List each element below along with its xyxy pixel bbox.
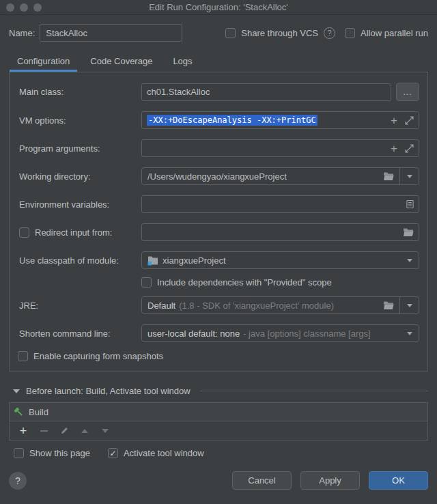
- use-classpath-label: Use classpath of module:: [19, 255, 119, 266]
- footer-options-row: Show this page ✓ Activate tool window: [9, 448, 428, 458]
- include-dependencies-row: Include dependencies with "Provided" sco…: [18, 277, 419, 288]
- traffic-lights: [6, 3, 42, 12]
- configuration-panel: Main class: ch01.StackAlloc ... VM optio…: [9, 72, 428, 372]
- ok-button[interactable]: OK: [369, 471, 428, 490]
- main-class-input[interactable]: ch01.StackAlloc: [141, 83, 391, 101]
- help-button[interactable]: ?: [9, 472, 27, 490]
- vcs-help-icon[interactable]: ?: [324, 27, 335, 39]
- folder-icon[interactable]: [383, 171, 394, 181]
- arrow-down-icon: [102, 429, 109, 433]
- show-this-page-label: Show this page: [29, 448, 90, 458]
- enable-snapshots-row: Enable capturing form snapshots: [18, 351, 419, 361]
- name-input[interactable]: StackAlloc: [40, 24, 182, 42]
- before-launch-toolbar: +: [10, 421, 427, 440]
- use-classpath-combo[interactable]: xiangxueProject: [141, 251, 419, 269]
- share-vcs-label: Share through VCS: [241, 28, 318, 38]
- activate-tool-window-label: Activate tool window: [124, 448, 204, 458]
- expand-field-icon[interactable]: [405, 116, 414, 125]
- show-this-page-checkbox[interactable]: [14, 448, 24, 458]
- name-label: Name:: [9, 28, 35, 38]
- program-arguments-input[interactable]: +: [141, 139, 419, 157]
- allow-parallel-checkbox[interactable]: [345, 28, 355, 38]
- before-launch-list: Build +: [9, 402, 428, 440]
- include-dependencies-label: Include dependencies with "Provided" sco…: [157, 277, 332, 288]
- main-class-browse-button[interactable]: ...: [396, 83, 419, 101]
- tab-logs[interactable]: Logs: [165, 52, 200, 72]
- list-item-build[interactable]: Build: [10, 403, 427, 421]
- jre-dropdown-button[interactable]: [399, 297, 419, 313]
- working-directory-value: /Users/wudengyao/xiangxueProject: [147, 171, 287, 182]
- vm-options-row: VM options: -XX:+DoEscapeAnalysis -XX:+P…: [18, 111, 419, 129]
- build-item-label: Build: [29, 407, 48, 417]
- environment-variables-input[interactable]: [141, 195, 419, 213]
- arrow-up-icon: [81, 429, 88, 433]
- shorten-command-line-combo[interactable]: user-local default: none - java [options…: [141, 324, 419, 342]
- expand-field-icon[interactable]: [405, 144, 414, 153]
- remove-task-button[interactable]: [33, 423, 54, 439]
- jre-value-secondary: (1.8 - SDK of 'xiangxueProject' module): [179, 300, 334, 311]
- folder-icon[interactable]: [383, 300, 394, 310]
- working-directory-row: Working directory: /Users/wudengyao/xian…: [18, 167, 419, 185]
- dialog-footer: ? Cancel Apply OK: [9, 471, 428, 490]
- edit-task-button[interactable]: [54, 423, 74, 439]
- build-hammer-icon: [13, 406, 25, 418]
- program-arguments-row: Program arguments: +: [18, 139, 419, 157]
- main-class-label: Main class:: [19, 87, 64, 97]
- move-down-button[interactable]: [95, 423, 115, 439]
- apply-button[interactable]: Apply: [300, 471, 360, 490]
- pencil-icon: [60, 426, 69, 435]
- include-dependencies-checkbox[interactable]: [141, 277, 152, 288]
- redirect-input-checkbox[interactable]: [19, 227, 29, 238]
- name-row: Name: StackAlloc Share through VCS ? All…: [9, 24, 428, 42]
- close-window-button[interactable]: [6, 3, 14, 12]
- program-arguments-label: Program arguments:: [19, 143, 100, 154]
- tab-configuration[interactable]: Configuration: [9, 52, 78, 72]
- module-icon: [147, 255, 158, 266]
- jre-value-primary: Default: [147, 300, 175, 311]
- shorten-dropdown-button[interactable]: [401, 325, 419, 341]
- working-directory-label: Working directory:: [19, 171, 91, 182]
- minimize-window-button[interactable]: [20, 3, 28, 12]
- dialog-body: Name: StackAlloc Share through VCS ? All…: [0, 15, 437, 490]
- tab-code-coverage[interactable]: Code Coverage: [82, 52, 160, 72]
- jre-row: JRE: Default (1.8 - SDK of 'xiangxueProj…: [18, 296, 419, 314]
- collapse-triangle-icon[interactable]: [13, 389, 20, 393]
- vm-options-input[interactable]: -XX:+DoEscapeAnalysis -XX:+PrintGC +: [141, 111, 419, 129]
- redirect-input-input[interactable]: [141, 223, 419, 241]
- main-class-value: ch01.StackAlloc: [147, 87, 210, 97]
- add-macro-icon[interactable]: +: [391, 115, 397, 126]
- working-directory-dropdown-button[interactable]: [399, 168, 419, 184]
- vm-options-selected-text: -XX:+DoEscapeAnalysis -XX:+PrintGC: [147, 115, 318, 126]
- use-classpath-dropdown-button[interactable]: [401, 252, 419, 268]
- plus-icon: +: [20, 425, 27, 437]
- folder-icon[interactable]: [403, 227, 414, 237]
- title-bar: Edit Run Configuration: 'StackAlloc': [0, 0, 437, 15]
- redirect-input-label: Redirect input from:: [35, 227, 112, 238]
- vm-options-label: VM options:: [19, 115, 66, 126]
- redirect-input-row: Redirect input from:: [18, 223, 419, 241]
- tab-bar: Configuration Code Coverage Logs: [9, 52, 428, 72]
- chevron-down-icon: [407, 175, 412, 178]
- add-task-button[interactable]: +: [13, 423, 33, 439]
- enable-snapshots-checkbox[interactable]: [18, 351, 28, 361]
- working-directory-combo[interactable]: /Users/wudengyao/xiangxueProject: [141, 167, 419, 185]
- cancel-button[interactable]: Cancel: [232, 471, 292, 490]
- activate-tool-window-checkbox[interactable]: ✓: [108, 448, 118, 458]
- browse-variables-icon[interactable]: [406, 199, 414, 209]
- share-vcs-checkbox[interactable]: [225, 28, 236, 38]
- allow-parallel-label: Allow parallel run: [361, 28, 428, 38]
- maximize-window-button[interactable]: [33, 3, 42, 12]
- shorten-value-secondary: - java [options] classname [args]: [243, 328, 370, 339]
- shorten-value-primary: user-local default: none: [147, 328, 240, 339]
- jre-combo[interactable]: Default (1.8 - SDK of 'xiangxueProject' …: [141, 296, 419, 314]
- main-class-row: Main class: ch01.StackAlloc ...: [18, 83, 419, 101]
- environment-variables-row: Environment variables:: [18, 195, 419, 213]
- chevron-down-icon: [407, 332, 412, 335]
- add-macro-icon[interactable]: +: [391, 143, 397, 154]
- check-icon: ✓: [109, 449, 116, 458]
- minus-icon: [40, 430, 48, 432]
- move-up-button[interactable]: [74, 423, 95, 439]
- chevron-down-icon: [407, 304, 412, 307]
- shorten-command-line-label: Shorten command line:: [19, 328, 111, 339]
- before-launch-header[interactable]: Before launch: Build, Activate tool wind…: [9, 386, 428, 396]
